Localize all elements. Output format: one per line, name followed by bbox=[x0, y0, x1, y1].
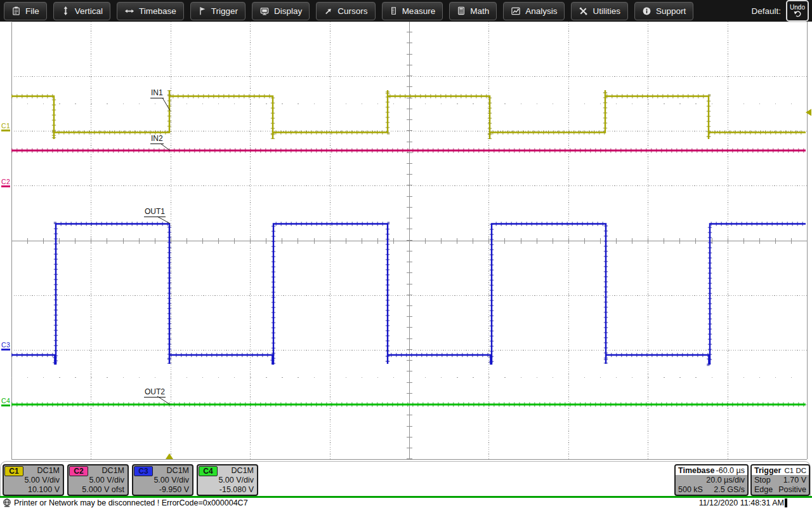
c4-offset: -15.080 V bbox=[219, 485, 254, 494]
channel-marker-c4[interactable]: C4 bbox=[1, 398, 12, 406]
waveform-display-area bbox=[0, 22, 812, 463]
utilities-icon bbox=[579, 6, 588, 16]
cursors-icon bbox=[324, 6, 333, 16]
timebase-rate: 2.5 GS/s bbox=[714, 485, 745, 494]
c2-zero-bar bbox=[1, 185, 10, 187]
status-text-cursor bbox=[785, 498, 787, 507]
file-icon bbox=[11, 6, 21, 16]
c1-scale: 5.00 V/div bbox=[24, 476, 60, 485]
menu-button-trigger[interactable]: Trigger bbox=[190, 2, 246, 20]
status-message: Printer or Network may be disconnected !… bbox=[14, 498, 248, 507]
timebase-icon bbox=[124, 6, 134, 16]
support-icon bbox=[642, 6, 652, 16]
timebase-delay: -60.0 µs bbox=[716, 466, 745, 475]
channel-marker-c3[interactable]: C3 bbox=[1, 342, 12, 351]
c3-zero-bar bbox=[1, 349, 10, 351]
menu-label: File bbox=[25, 6, 39, 16]
menu-label: Cursors bbox=[337, 6, 367, 16]
c1-tab[interactable]: C1 bbox=[4, 466, 23, 476]
menu-button-cursors[interactable]: Cursors bbox=[316, 2, 375, 20]
trace-label-out1[interactable]: OUT1 bbox=[144, 208, 166, 217]
default-label: Default: bbox=[751, 6, 781, 16]
trigger-slope: Positive bbox=[778, 485, 806, 494]
menu-button-measure[interactable]: Measure bbox=[382, 2, 443, 20]
trigger-icon bbox=[198, 6, 207, 16]
trigger-mode: Stop bbox=[754, 476, 771, 485]
trace-label-out2[interactable]: OUT2 bbox=[144, 388, 166, 398]
c1-offset: 10.100 V bbox=[28, 485, 60, 494]
menu-label: Timebase bbox=[139, 6, 176, 16]
c4-scale: 5.00 V/div bbox=[218, 476, 254, 485]
vertical-icon bbox=[61, 6, 70, 16]
c2-offset: 5.000 V ofst bbox=[82, 485, 124, 494]
menu-button-file[interactable]: File bbox=[4, 2, 47, 20]
menu-label: Utilities bbox=[593, 6, 620, 16]
timebase-samples: 500 kS bbox=[678, 485, 703, 494]
trace-label-in1[interactable]: IN1 bbox=[150, 89, 164, 98]
timebase-scale: 20.0 µs/div bbox=[706, 476, 745, 485]
menu-label: Measure bbox=[402, 6, 436, 16]
menu-label: Math bbox=[470, 6, 489, 16]
math-icon bbox=[457, 6, 466, 16]
menu-label: Analysis bbox=[525, 6, 557, 16]
menu-button-analysis[interactable]: Analysis bbox=[503, 2, 565, 20]
channel-descriptor-c1[interactable]: C1 DC1M 5.00 V/div 10.100 V bbox=[3, 464, 64, 496]
c3-tab[interactable]: C3 bbox=[134, 466, 153, 476]
menu-button-timebase[interactable]: Timebase bbox=[117, 2, 184, 20]
channel-marker-c1[interactable]: C1 bbox=[1, 123, 12, 131]
c3-offset: -9.950 V bbox=[159, 485, 189, 494]
menu-right-group: Default: Undo bbox=[751, 0, 812, 22]
trigger-title: Trigger bbox=[754, 466, 781, 475]
undo-arrow-icon bbox=[794, 11, 802, 18]
c2-tab[interactable]: C2 bbox=[69, 466, 88, 476]
c4-tab[interactable]: C4 bbox=[199, 466, 218, 476]
menu-button-display[interactable]: Display bbox=[252, 2, 310, 20]
menu-label: Support bbox=[656, 6, 686, 16]
c1-coupling: DC1M bbox=[37, 466, 60, 475]
printer-network-icon bbox=[2, 498, 12, 508]
c2-scale: 5.00 V/div bbox=[89, 476, 124, 485]
c4-coupling: DC1M bbox=[232, 466, 254, 475]
c3-coupling: DC1M bbox=[167, 466, 189, 475]
status-timestamp: 11/12/2020 11:48:31 AM bbox=[699, 498, 784, 507]
menu-bar: File Vertical Timebase Trigger Display C… bbox=[0, 0, 812, 22]
analysis-icon bbox=[511, 6, 521, 16]
status-bar: Printer or Network may be disconnected !… bbox=[0, 498, 812, 508]
menu-button-vertical[interactable]: Vertical bbox=[53, 2, 110, 20]
menu-button-utilities[interactable]: Utilities bbox=[571, 2, 628, 20]
trigger-type: Edge bbox=[754, 485, 773, 494]
c1-zero-bar bbox=[1, 130, 10, 131]
menu-label: Trigger bbox=[211, 6, 238, 16]
trace-label-in2[interactable]: IN2 bbox=[150, 135, 164, 144]
c2-coupling: DC1M bbox=[102, 466, 124, 475]
undo-label: Undo bbox=[790, 4, 805, 11]
channel-descriptor-c4[interactable]: C4 DC1M 5.00 V/div -15.080 V bbox=[197, 464, 258, 496]
c3-scale: 5.00 V/div bbox=[154, 476, 189, 485]
menu-label: Vertical bbox=[75, 6, 103, 16]
channel-descriptor-c3[interactable]: C3 DC1M 5.00 V/div -9.950 V bbox=[132, 464, 193, 496]
c4-zero-bar bbox=[1, 404, 10, 406]
timebase-descriptor[interactable]: Timebase -60.0 µs 20.0 µs/div 500 kS 2.5… bbox=[674, 464, 749, 496]
trigger-level: 1.70 V bbox=[783, 476, 806, 485]
channel-marker-c2[interactable]: C2 bbox=[1, 178, 12, 187]
trigger-descriptor[interactable]: Trigger C1 DC Stop 1.70 V Edge Positive bbox=[750, 464, 810, 496]
timebase-title: Timebase bbox=[678, 466, 714, 475]
undo-button[interactable]: Undo bbox=[786, 0, 809, 22]
trigger-source: C1 DC bbox=[784, 467, 806, 474]
channel-descriptor-c2[interactable]: C2 DC1M 5.00 V/div 5.000 V ofst bbox=[67, 464, 129, 496]
display-icon bbox=[259, 6, 270, 16]
menu-button-support[interactable]: Support bbox=[634, 2, 693, 20]
menu-label: Display bbox=[274, 6, 302, 16]
measure-icon bbox=[390, 6, 398, 16]
menu-button-math[interactable]: Math bbox=[449, 2, 497, 20]
